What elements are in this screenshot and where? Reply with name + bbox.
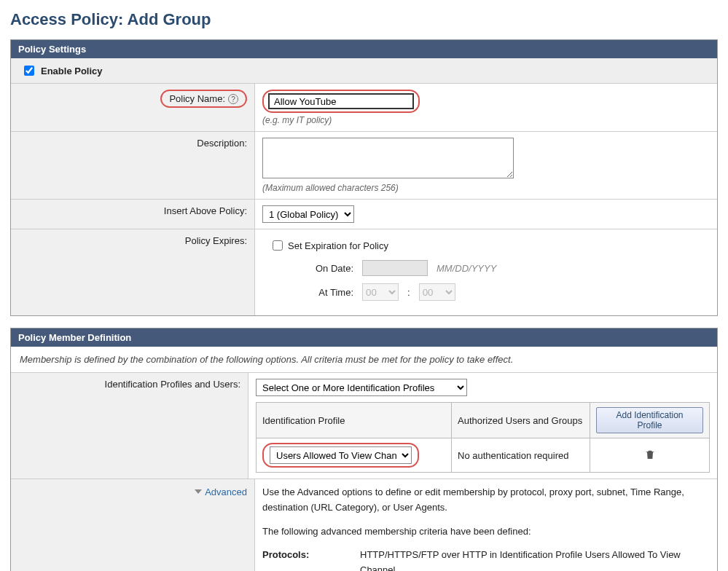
- advanced-intro1: Use the Advanced options to define or ed…: [262, 485, 710, 516]
- policy-name-label-cell: Policy Name: ?: [11, 84, 255, 131]
- policy-name-hint: (e.g. my IT policy): [262, 115, 710, 125]
- id-profiles-value-cell: Select One or More Identification Profil…: [248, 373, 717, 479]
- protocols-label: Protocols:: [262, 548, 350, 571]
- auth-text: No authentication required: [452, 438, 590, 473]
- enable-policy-label: Enable Policy: [41, 66, 103, 76]
- time-colon: :: [407, 287, 410, 298]
- expire-hour-select: 00: [362, 283, 399, 301]
- page-title: Access Policy: Add Group: [10, 10, 718, 29]
- policy-expires-value-cell: Set Expiration for Policy On Date: MM/DD…: [255, 229, 717, 315]
- on-date-label: On Date:: [306, 263, 353, 274]
- table-header-row: Identification Profile Authorized Users …: [257, 403, 710, 438]
- policy-settings-header: Policy Settings: [11, 40, 717, 58]
- enable-policy-checkbox[interactable]: [24, 66, 34, 76]
- col-identification-profile: Identification Profile: [257, 403, 452, 438]
- help-icon[interactable]: ?: [228, 94, 238, 104]
- description-hint: (Maximum allowed characters 256): [262, 183, 710, 193]
- description-row: Description: (Maximum allowed characters…: [11, 132, 717, 200]
- advanced-intro2: The following advanced membership criter…: [262, 524, 710, 540]
- advanced-toggle[interactable]: Advanced: [195, 487, 247, 497]
- advanced-content: Use the Advanced options to define or ed…: [255, 479, 717, 571]
- date-format-hint: MM/DD/YYYY: [437, 263, 496, 274]
- enable-policy-row: Enable Policy: [11, 58, 717, 84]
- chevron-down-icon: [195, 489, 202, 494]
- id-profiles-label: Identification Profiles and Users:: [11, 373, 248, 479]
- member-definition-header: Policy Member Definition: [11, 328, 717, 347]
- policy-expires-label: Policy Expires:: [11, 229, 255, 315]
- set-expiration-checkbox[interactable]: [273, 240, 283, 251]
- description-value-cell: (Maximum allowed characters 256): [255, 132, 717, 199]
- advanced-criteria-grid: Protocols: HTTP/HTTPS/FTP over HTTP in I…: [262, 548, 710, 571]
- insert-above-value-cell: 1 (Global Policy): [255, 200, 717, 229]
- protocols-value: HTTP/HTTPS/FTP over HTTP in Identificati…: [360, 548, 710, 571]
- advanced-label-cell: Advanced: [11, 479, 255, 571]
- col-authorized-users: Authorized Users and Groups: [452, 403, 590, 438]
- id-profiles-table: Identification Profile Authorized Users …: [256, 402, 710, 473]
- description-textarea[interactable]: [262, 138, 514, 178]
- insert-above-row: Insert Above Policy: 1 (Global Policy): [11, 200, 717, 229]
- policy-name-row: Policy Name: ? (e.g. my IT policy): [11, 84, 717, 132]
- policy-name-value-cell: (e.g. my IT policy): [255, 84, 717, 131]
- id-profiles-row: Identification Profiles and Users: Selec…: [11, 373, 717, 479]
- member-definition-panel: Policy Member Definition Membership is d…: [10, 328, 718, 571]
- policy-expires-row: Policy Expires: Set Expiration for Polic…: [11, 229, 717, 315]
- add-identification-profile-button[interactable]: Add Identification Profile: [596, 407, 703, 433]
- expire-date-input: [362, 260, 428, 276]
- policy-settings-panel: Policy Settings Enable Policy Policy Nam…: [10, 39, 718, 316]
- trash-icon[interactable]: [644, 449, 656, 460]
- id-profiles-selector[interactable]: Select One or More Identification Profil…: [256, 379, 467, 396]
- member-intro-text: Membership is defined by the combination…: [11, 347, 717, 373]
- policy-name-input[interactable]: [268, 93, 414, 109]
- at-time-label: At Time:: [306, 287, 353, 298]
- policy-name-label: Policy Name:: [169, 93, 225, 104]
- advanced-row: Advanced Use the Advanced options to def…: [11, 479, 717, 571]
- profile-row-select[interactable]: Users Allowed To View Channel: [270, 446, 412, 464]
- col-add-button: Add Identification Profile: [590, 403, 710, 438]
- insert-above-select[interactable]: 1 (Global Policy): [262, 205, 354, 223]
- set-expiration-label: Set Expiration for Policy: [288, 240, 388, 251]
- description-label: Description:: [11, 132, 255, 199]
- insert-above-label: Insert Above Policy:: [11, 200, 255, 229]
- expire-minute-select: 00: [419, 283, 455, 301]
- table-row: Users Allowed To View Channel No authent…: [257, 438, 710, 473]
